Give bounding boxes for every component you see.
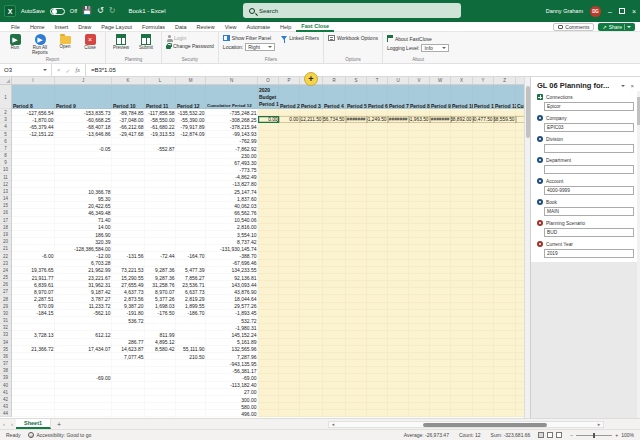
cell[interactable] [430,209,451,216]
cell[interactable] [55,389,112,396]
cell[interactable] [145,396,176,403]
cell[interactable] [279,317,300,324]
cell[interactable] [176,367,206,374]
column-header-P[interactable]: P [279,77,300,84]
cell[interactable]: 40,062.03 [206,202,258,209]
cell[interactable]: -131,930,145.74 [206,245,258,252]
cell[interactable]: 18,044.64 [206,295,258,302]
cell[interactable] [12,324,55,331]
panel-chevron-down-icon[interactable] [621,85,625,87]
cell[interactable] [300,260,323,267]
row-header-17[interactable]: 17 [0,217,12,224]
cell[interactable] [279,260,300,267]
cell[interactable] [323,195,346,202]
cell[interactable] [451,145,473,152]
cell[interactable] [516,403,524,410]
cell[interactable] [516,331,524,338]
cell[interactable] [494,252,516,259]
cell[interactable] [388,123,409,130]
cell[interactable] [300,288,323,295]
zoom-out-icon[interactable]: − [570,432,573,438]
cell[interactable] [473,389,494,396]
row-header-25[interactable]: 25 [0,274,12,281]
cell[interactable] [451,260,473,267]
cell[interactable] [55,324,112,331]
cell[interactable] [451,310,473,317]
cell[interactable] [388,188,409,195]
cell[interactable] [12,166,55,173]
cell[interactable] [494,281,516,288]
cell[interactable] [516,374,524,381]
cell[interactable] [12,410,55,417]
cell[interactable] [279,339,300,346]
cell[interactable]: 4,895.12 [145,339,176,346]
cell[interactable] [176,389,206,396]
cell[interactable] [388,367,409,374]
cell[interactable] [494,274,516,281]
cell[interactable] [323,346,346,353]
connections-input[interactable]: Epicor [544,102,634,111]
column-header-J[interactable]: J [55,77,112,84]
cell[interactable] [516,274,524,281]
cell[interactable] [323,331,346,338]
cell[interactable] [323,245,346,252]
cell[interactable] [516,317,524,324]
cell[interactable] [451,195,473,202]
cell[interactable] [112,231,145,238]
cell[interactable] [516,181,524,188]
cell[interactable] [112,382,145,389]
cell[interactable] [494,209,516,216]
cell[interactable] [516,245,524,252]
autosave-toggle[interactable] [50,8,65,15]
cell[interactable] [388,303,409,310]
namebox-caret-icon[interactable] [43,69,47,71]
cell[interactable] [258,360,279,367]
cell[interactable]: 9,287.36 [145,267,176,274]
cell[interactable]: -19,313.53 [145,131,176,138]
cell[interactable] [300,281,323,288]
cell[interactable] [388,396,409,403]
cell[interactable] [346,360,367,367]
cell[interactable] [516,260,524,267]
minimize-button[interactable]: – [608,8,612,15]
cell[interactable] [430,224,451,231]
cell[interactable]: 8,970.07 [12,288,55,295]
cell[interactable] [176,209,206,216]
cell[interactable] [516,339,524,346]
cell[interactable] [430,367,451,374]
normal-view-icon[interactable] [538,432,544,438]
cell[interactable] [516,109,524,116]
cell[interactable] [346,131,367,138]
cell[interactable] [176,374,206,381]
cell[interactable] [258,267,279,274]
cell[interactable] [12,181,55,188]
cell[interactable] [494,310,516,317]
cell[interactable] [346,224,367,231]
cell[interactable] [367,310,388,317]
cell[interactable] [451,245,473,252]
cell[interactable] [367,339,388,346]
cell[interactable] [323,403,346,410]
row-header-44[interactable]: 44 [0,410,12,417]
cell[interactable] [300,324,323,331]
cell[interactable] [430,360,451,367]
cell[interactable] [112,224,145,231]
cell[interactable]: 9,287.36 [145,274,176,281]
row-header-20[interactable]: 20 [0,238,12,245]
cell[interactable]: -79,917.89 [176,123,206,130]
cell[interactable] [451,382,473,389]
cell[interactable] [323,202,346,209]
cell[interactable]: -68,559.50 [494,116,516,123]
cell[interactable]: 145,152.24 [206,331,258,338]
cell[interactable]: -308,268.25 [206,116,258,123]
cell[interactable] [388,195,409,202]
cell[interactable] [323,217,346,224]
column-header-M[interactable]: M [176,77,206,84]
cell[interactable] [176,260,206,267]
cell[interactable] [258,317,279,324]
cell[interactable] [258,138,279,145]
search-input[interactable]: Search [243,3,461,18]
cell[interactable] [145,159,176,166]
cell[interactable] [176,324,206,331]
cell[interactable] [346,138,367,145]
